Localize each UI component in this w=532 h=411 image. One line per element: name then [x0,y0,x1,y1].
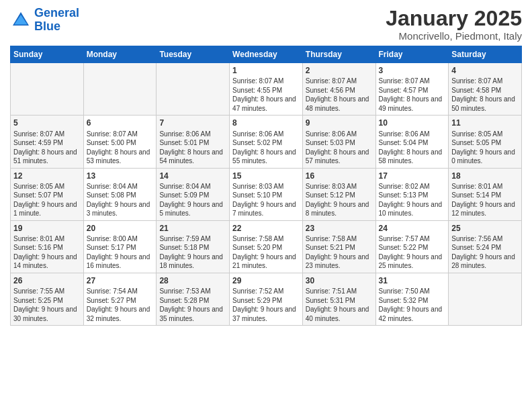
calendar-cell: 18Sunrise: 8:01 AMSunset: 5:14 PMDayligh… [449,168,522,220]
day-number: 29 [232,275,300,286]
calendar-cell: 31Sunrise: 7:50 AMSunset: 5:32 PMDayligh… [375,273,449,325]
day-number: 16 [306,171,373,181]
day-number: 7 [159,118,226,128]
day-number: 3 [379,65,446,76]
calendar-cell: 11Sunrise: 8:05 AMSunset: 5:05 PMDayligh… [449,116,522,168]
day-info: Sunrise: 8:07 AMSunset: 4:59 PMDaylight:… [13,130,81,166]
day-info: Sunrise: 7:58 AMSunset: 5:20 PMDaylight:… [232,234,300,271]
day-info: Sunrise: 8:07 AMSunset: 5:00 PMDaylight:… [87,130,154,166]
day-number: 11 [451,118,519,128]
weekday-header-saturday: Saturday [449,46,522,63]
logo-line1: General [34,6,79,19]
day-number: 1 [232,65,300,76]
calendar-week-3: 12Sunrise: 8:05 AMSunset: 5:07 PMDayligh… [11,168,522,220]
day-info: Sunrise: 8:03 AMSunset: 5:12 PMDaylight:… [306,182,373,218]
day-info: Sunrise: 7:59 AMSunset: 5:18 PMDaylight:… [159,234,226,271]
weekday-header-thursday: Thursday [302,46,375,63]
day-info: Sunrise: 8:07 AMSunset: 4:57 PMDaylight:… [379,77,446,113]
calendar-cell: 25Sunrise: 7:56 AMSunset: 5:24 PMDayligh… [449,220,522,273]
day-info: Sunrise: 8:01 AMSunset: 5:14 PMDaylight:… [451,182,519,218]
calendar-cell: 19Sunrise: 8:01 AMSunset: 5:16 PMDayligh… [11,220,84,273]
calendar-cell: 12Sunrise: 8:05 AMSunset: 5:07 PMDayligh… [11,168,84,220]
day-info: Sunrise: 7:50 AMSunset: 5:32 PMDaylight:… [379,287,446,323]
day-info: Sunrise: 8:07 AMSunset: 4:56 PMDaylight:… [306,77,373,113]
day-info: Sunrise: 8:03 AMSunset: 5:10 PMDaylight:… [232,182,300,218]
day-number: 8 [232,118,300,128]
day-number: 5 [13,118,81,128]
day-info: Sunrise: 8:07 AMSunset: 4:58 PMDaylight:… [451,77,519,113]
subtitle: Moncrivello, Piedmont, Italy [386,30,522,42]
day-number: 17 [379,171,446,181]
day-number: 14 [159,171,226,181]
day-info: Sunrise: 8:07 AMSunset: 4:55 PMDaylight:… [232,77,300,113]
day-number: 25 [451,223,519,234]
day-number: 27 [87,275,154,286]
calendar-cell: 8Sunrise: 8:06 AMSunset: 5:02 PMDaylight… [230,116,303,168]
calendar-body: 1Sunrise: 8:07 AMSunset: 4:55 PMDaylight… [11,63,522,326]
day-number: 2 [306,65,373,76]
day-info: Sunrise: 8:01 AMSunset: 5:16 PMDaylight:… [13,234,81,271]
calendar-cell: 10Sunrise: 8:06 AMSunset: 5:04 PMDayligh… [375,116,449,168]
logo-icon [10,9,32,31]
day-number: 13 [87,171,154,181]
calendar-cell: 20Sunrise: 8:00 AMSunset: 5:17 PMDayligh… [83,220,157,273]
calendar-cell [449,273,522,325]
day-number: 6 [87,118,154,128]
calendar-cell: 5Sunrise: 8:07 AMSunset: 4:59 PMDaylight… [11,116,84,168]
day-number: 12 [13,171,81,181]
calendar-cell: 4Sunrise: 8:07 AMSunset: 4:58 PMDaylight… [449,63,522,116]
title-area: January 2025 Moncrivello, Piedmont, Ital… [386,7,522,42]
calendar-week-2: 5Sunrise: 8:07 AMSunset: 4:59 PMDaylight… [11,116,522,168]
calendar-cell: 28Sunrise: 7:53 AMSunset: 5:28 PMDayligh… [157,273,230,325]
day-number: 18 [451,171,519,181]
calendar-cell: 13Sunrise: 8:04 AMSunset: 5:08 PMDayligh… [83,168,157,220]
day-info: Sunrise: 8:04 AMSunset: 5:08 PMDaylight:… [87,182,154,218]
calendar-cell: 21Sunrise: 7:59 AMSunset: 5:18 PMDayligh… [157,220,230,273]
day-number: 24 [379,223,446,234]
calendar-cell: 22Sunrise: 7:58 AMSunset: 5:20 PMDayligh… [230,220,303,273]
calendar-cell: 9Sunrise: 8:06 AMSunset: 5:03 PMDaylight… [302,116,375,168]
day-number: 4 [451,65,519,76]
day-info: Sunrise: 7:53 AMSunset: 5:28 PMDaylight:… [159,287,226,323]
day-number: 19 [13,223,81,234]
day-number: 31 [379,275,446,286]
day-number: 28 [159,275,226,286]
day-info: Sunrise: 8:02 AMSunset: 5:13 PMDaylight:… [379,182,446,218]
day-number: 26 [13,275,81,286]
day-info: Sunrise: 7:52 AMSunset: 5:29 PMDaylight:… [232,287,300,323]
main-title: January 2025 [386,7,522,30]
day-info: Sunrise: 7:55 AMSunset: 5:25 PMDaylight:… [13,287,81,323]
day-number: 10 [379,118,446,128]
weekday-header-sunday: Sunday [11,46,84,63]
calendar-cell: 16Sunrise: 8:03 AMSunset: 5:12 PMDayligh… [302,168,375,220]
calendar-cell [157,63,230,116]
calendar-cell: 2Sunrise: 8:07 AMSunset: 4:56 PMDaylight… [302,63,375,116]
calendar-header: SundayMondayTuesdayWednesdayThursdayFrid… [11,46,522,63]
day-info: Sunrise: 8:04 AMSunset: 5:09 PMDaylight:… [159,182,226,218]
day-number: 15 [232,171,300,181]
calendar-cell: 7Sunrise: 8:06 AMSunset: 5:01 PMDaylight… [157,116,230,168]
calendar-cell: 24Sunrise: 7:57 AMSunset: 5:22 PMDayligh… [375,220,449,273]
logo-text: General Blue [34,7,79,34]
calendar-cell: 23Sunrise: 7:58 AMSunset: 5:21 PMDayligh… [302,220,375,273]
calendar-cell: 29Sunrise: 7:52 AMSunset: 5:29 PMDayligh… [230,273,303,325]
day-info: Sunrise: 8:00 AMSunset: 5:17 PMDaylight:… [87,234,154,271]
calendar-week-1: 1Sunrise: 8:07 AMSunset: 4:55 PMDaylight… [11,63,522,116]
calendar-cell [11,63,84,116]
day-info: Sunrise: 8:06 AMSunset: 5:01 PMDaylight:… [159,130,226,166]
weekday-header-friday: Friday [375,46,449,63]
day-number: 30 [306,275,373,286]
day-number: 21 [159,223,226,234]
calendar-cell: 30Sunrise: 7:51 AMSunset: 5:31 PMDayligh… [302,273,375,325]
day-number: 9 [306,118,373,128]
calendar-week-5: 26Sunrise: 7:55 AMSunset: 5:25 PMDayligh… [11,273,522,325]
calendar-cell: 17Sunrise: 8:02 AMSunset: 5:13 PMDayligh… [375,168,449,220]
weekday-header-wednesday: Wednesday [230,46,303,63]
calendar: SundayMondayTuesdayWednesdayThursdayFrid… [10,46,522,326]
weekday-header-monday: Monday [83,46,157,63]
day-info: Sunrise: 8:06 AMSunset: 5:03 PMDaylight:… [306,130,373,166]
calendar-cell: 27Sunrise: 7:54 AMSunset: 5:27 PMDayligh… [83,273,157,325]
day-info: Sunrise: 8:05 AMSunset: 5:05 PMDaylight:… [451,130,519,166]
page-container: General Blue January 2025 Moncrivello, P… [0,0,532,329]
day-info: Sunrise: 8:06 AMSunset: 5:04 PMDaylight:… [379,130,446,166]
